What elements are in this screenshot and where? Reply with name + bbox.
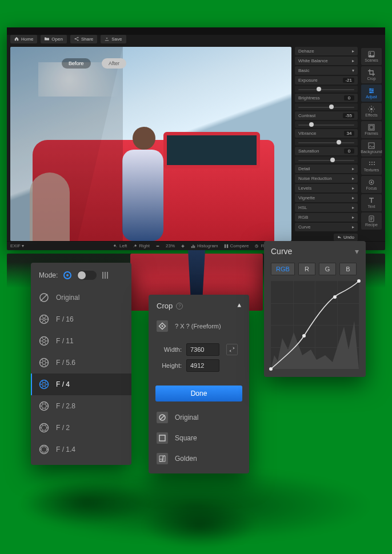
aperture-original[interactable]: Original — [31, 287, 131, 308]
aperture-f28[interactable]: F / 2.8 — [31, 395, 131, 417]
section-dehaze[interactable]: Dehaze▸ — [295, 47, 358, 55]
vtool-adjust[interactable]: Adjust — [361, 85, 382, 102]
svg-rect-23 — [182, 244, 183, 247]
section-detail[interactable]: Detail▸ — [295, 164, 358, 173]
svg-point-39 — [43, 318, 45, 320]
mode-linear-icon[interactable] — [102, 272, 108, 279]
curve-point-2[interactable] — [333, 295, 337, 299]
row-contrast: Contrast-55 — [295, 111, 358, 120]
aperture-f16[interactable]: F / 16 — [31, 308, 131, 330]
background-icon — [368, 142, 375, 149]
slider-exposure[interactable] — [295, 86, 358, 93]
zoom-value[interactable]: 23% — [166, 243, 175, 248]
slider-vibrance[interactable] — [295, 139, 358, 146]
crop-preset-original[interactable]: Original — [149, 407, 249, 428]
scenes-icon — [368, 51, 375, 58]
done-button[interactable]: Done — [155, 386, 242, 402]
folder-open-icon — [45, 37, 49, 41]
rotate-right-button[interactable]: Right — [133, 243, 150, 248]
chevron-down-icon[interactable]: ▾ — [237, 302, 241, 310]
section-noise[interactable]: Noise Reduction▸ — [295, 174, 358, 183]
curve-point-1[interactable] — [302, 334, 306, 338]
mode-toggle[interactable] — [77, 271, 97, 280]
swap-dimensions-button[interactable] — [226, 344, 238, 355]
section-hsl[interactable]: HSL▸ — [295, 203, 358, 212]
mode-radial-selector[interactable] — [63, 271, 71, 279]
vtool-focus[interactable]: Focus — [361, 176, 382, 193]
photo-editor-window: Home Open Share Save Before After Dehaze — [7, 27, 385, 250]
section-vignette[interactable]: Vignette▸ — [295, 194, 358, 202]
crop-preset-golden[interactable]: Golden — [149, 448, 249, 469]
aperture-icon — [39, 358, 49, 368]
svg-rect-21 — [157, 246, 159, 247]
vtool-recipe[interactable]: Recipe — [361, 212, 382, 230]
open-label: Open — [51, 37, 63, 42]
golden-icon — [157, 453, 168, 464]
home-button[interactable]: Home — [10, 35, 37, 43]
curve-point-0[interactable] — [269, 367, 273, 371]
crop-rule-row[interactable]: ? X ? (Freeform) — [149, 316, 249, 336]
svg-rect-24 — [191, 246, 193, 248]
zoom-out-button[interactable] — [155, 244, 160, 248]
crop-preset-square[interactable]: Square — [149, 428, 249, 448]
help-icon[interactable]: ? — [176, 303, 183, 310]
vtool-effects[interactable]: Effects — [361, 103, 382, 120]
vtool-text[interactable]: Text — [361, 194, 382, 211]
section-curve[interactable]: Curve▸ — [295, 223, 358, 231]
rotate-left-button[interactable]: Left — [113, 243, 127, 248]
svg-point-88 — [162, 326, 163, 327]
channel-g[interactable]: G — [319, 263, 336, 275]
textures-icon — [368, 160, 375, 167]
window-titlebar[interactable] — [7, 27, 385, 35]
channel-rgb[interactable]: RGB — [271, 263, 295, 275]
aperture-f56[interactable]: F / 5.6 — [31, 352, 131, 374]
compare-button[interactable]: Compare — [224, 243, 249, 248]
slider-contrast[interactable] — [295, 121, 358, 128]
svg-point-55 — [42, 361, 46, 364]
aperture-icon — [39, 292, 49, 303]
image-canvas[interactable]: Before After — [10, 47, 291, 241]
svg-point-87 — [41, 447, 47, 452]
svg-line-31 — [41, 294, 47, 301]
curve-line[interactable] — [271, 281, 359, 369]
vtool-scenes[interactable]: Scenes — [361, 48, 382, 65]
zoom-in-button[interactable] — [181, 244, 185, 248]
slider-brightness[interactable] — [295, 103, 358, 110]
section-levels[interactable]: Levels▸ — [295, 184, 358, 192]
height-input[interactable] — [186, 359, 219, 372]
channel-b[interactable]: B — [339, 263, 357, 275]
exif-dropdown[interactable]: EXIF ▾ — [10, 243, 24, 248]
aperture-f14[interactable]: F / 1.4 — [31, 439, 131, 460]
section-rgb[interactable]: RGB▸ — [295, 213, 358, 222]
undo-button[interactable]: Undo — [334, 234, 358, 241]
save-button[interactable]: Save — [101, 35, 126, 43]
vtool-frames[interactable]: Frames — [361, 121, 382, 138]
section-white-balance[interactable]: White Balance▸ — [295, 57, 358, 65]
section-basic[interactable]: Basic▾ — [295, 66, 358, 75]
download-icon — [105, 37, 109, 41]
curve-editor[interactable] — [271, 281, 359, 369]
svg-point-15 — [369, 164, 370, 165]
svg-point-7 — [370, 92, 372, 94]
main-toolbar: Home Open Share Save — [7, 35, 385, 44]
chevron-down-icon[interactable]: ▾ — [355, 247, 359, 256]
channel-r[interactable]: R — [298, 263, 315, 275]
before-pill[interactable]: Before — [62, 58, 91, 69]
vtool-textures[interactable]: Textures — [361, 158, 382, 175]
after-pill[interactable]: After — [102, 58, 126, 69]
width-label: Width: — [157, 346, 182, 353]
vtool-crop[interactable]: Crop — [361, 66, 382, 83]
svg-line-90 — [160, 415, 165, 420]
slider-saturation[interactable] — [295, 156, 358, 163]
aperture-f2[interactable]: F / 2 — [31, 417, 131, 439]
histogram-button[interactable]: Histogram — [191, 243, 218, 248]
share-button[interactable]: Share — [70, 35, 97, 43]
svg-point-17 — [374, 164, 375, 165]
curve-point-3[interactable] — [357, 279, 361, 283]
width-input[interactable] — [186, 343, 219, 356]
aperture-f4[interactable]: F / 4 — [31, 374, 131, 395]
freeform-icon — [157, 320, 168, 332]
open-button[interactable]: Open — [41, 35, 67, 43]
aperture-f11[interactable]: F / 11 — [31, 330, 131, 352]
vtool-background[interactable]: Background — [361, 139, 382, 156]
